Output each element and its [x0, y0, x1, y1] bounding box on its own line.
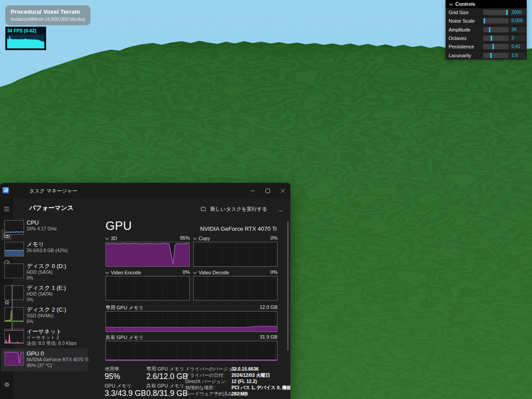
lacunarity-slider[interactable]	[483, 53, 509, 58]
sidebar-item-sub: 0%	[27, 275, 87, 281]
controls-panel-header[interactable]: Controls	[446, 0, 527, 8]
ethernet-mini-chart	[4, 329, 24, 344]
sidebar-item-gpu0[interactable]: GPU 0 NVIDIA GeForce RTX 4070 Ti 95% (37…	[1, 348, 88, 371]
run-new-task-button[interactable]: 新しいタスクを実行する	[196, 203, 272, 215]
control-label: Octaves	[446, 36, 483, 41]
page-title: パフォーマンス	[29, 204, 74, 212]
control-label: Noise Scale	[446, 18, 483, 24]
minimize-button[interactable]	[245, 184, 260, 197]
stat-value-dedicated-memory: 2.6/12.0 GB	[146, 372, 188, 381]
sidebar-item-sub: 95% (37 °C)	[27, 363, 87, 368]
memory-mini-chart	[4, 242, 24, 257]
controls-panel-title: Controls	[455, 1, 475, 7]
menu-button[interactable]	[1, 203, 12, 215]
shared-memory-label: 共有 GPU メモリ	[106, 334, 144, 341]
grid-size-value[interactable]: 2000	[510, 10, 525, 15]
lacunarity-value[interactable]: 1.8	[510, 53, 525, 58]
slider-thumb[interactable]	[491, 36, 492, 41]
run-new-task-label: 新しいタスクを実行する	[210, 206, 267, 213]
sidebar-item-name: メモリ	[27, 241, 87, 248]
chart-value-video-decode: 0%	[238, 269, 278, 276]
sidebar-item-name: ディスク 2 (C:)	[27, 306, 87, 313]
slider-thumb[interactable]	[484, 18, 485, 24]
amplitude-slider[interactable]	[483, 27, 509, 32]
shared-memory-chart	[106, 341, 278, 361]
detail-label-physical-location: 物理的な場所:	[185, 385, 215, 391]
sidebar-item-sub: 16% 4.17 GHz	[27, 226, 87, 232]
disk1-mini-chart	[4, 285, 24, 300]
settings-button[interactable]	[1, 379, 12, 390]
ellipsis-icon: …	[278, 206, 284, 213]
close-button[interactable]	[275, 184, 290, 197]
more-options-button[interactable]: …	[274, 203, 287, 215]
slider-thumb[interactable]	[493, 44, 494, 49]
sidebar-item-sub: イーサネット 2	[27, 335, 87, 340]
fps-stats-panel[interactable]: 34 FPS (0-62)	[5, 27, 46, 50]
gpu-3d-chart	[106, 242, 190, 267]
fps-history-graph	[7, 35, 44, 48]
stat-label-dedicated-memory: 専用 GPU メモリ	[146, 366, 184, 372]
sidebar-item-sub: NVIDIA GeForce RTX 4070 Ti	[27, 357, 87, 363]
minimize-icon	[250, 189, 255, 193]
sidebar-item-disk0[interactable]: ディスク 0 (D:) HDD (SATA) 0%	[1, 262, 88, 284]
noise-scale-slider[interactable]	[483, 18, 509, 24]
chevron-down-icon	[105, 270, 109, 274]
stat-value-gpu-memory: 3.3/43.9 GB	[105, 389, 146, 398]
hamburger-icon	[3, 205, 10, 213]
gpu-copy-chart	[193, 242, 278, 267]
stat-value-shared-memory: 0.8/31.9 GB	[146, 389, 188, 398]
detail-value-driver-date: 2024/12/03 火曜日	[231, 372, 270, 379]
chart-header-3d[interactable]: 3D	[106, 235, 117, 241]
sidebar-item-memory[interactable]: メモリ 26.6/63.8 GB (42%)	[1, 241, 88, 262]
page: { "overlay": { "info_title": "Procedural…	[0, 0, 532, 399]
sidebar-item-sub: SSD (NVMe)	[27, 313, 87, 319]
chevron-down-icon	[105, 236, 109, 240]
control-row-persistence: Persistence 0.41	[446, 42, 527, 51]
close-icon	[281, 189, 285, 193]
sidebar-item-cpu[interactable]: CPU 16% 4.17 GHz	[1, 219, 88, 240]
chart-value-copy: 0%	[238, 235, 278, 241]
titlebar[interactable]: タスク マネージャー	[0, 183, 290, 198]
main-scrollbar[interactable]	[287, 221, 289, 351]
sidebar-item-sub: HDD (SATA)	[27, 291, 87, 297]
slider-thumb[interactable]	[489, 27, 490, 32]
detail-value-physical-location: PCI バス 1, デバイス 0, 機能 0	[231, 385, 290, 391]
dedicated-memory-max: 12.0 GB	[215, 304, 278, 310]
sidebar-item-ethernet[interactable]: イーサネット イーサネット 2 送信: 8.0 受信: 8.0 Kbps	[1, 328, 88, 349]
noise-scale-value[interactable]: 0.005	[510, 18, 525, 24]
stat-label-gpu-memory: GPU メモリ	[105, 383, 132, 389]
octaves-value[interactable]: 3	[510, 36, 525, 41]
controls-panel: Controls Grid Size 2000 Noise Scale 0.00…	[446, 0, 527, 59]
detail-value-driver-version: 32.0.15.6636	[231, 366, 258, 371]
chart-header-video-encode[interactable]: Video Encode	[106, 269, 141, 276]
chart-value-video-encode: 0%	[150, 269, 190, 276]
persistence-slider[interactable]	[483, 44, 509, 49]
control-row-octaves: Octaves 3	[446, 34, 527, 42]
chart-header-video-decode[interactable]: Video Decode	[193, 269, 229, 276]
sidebar-item-disk1[interactable]: ディスク 1 (E:) HDD (SATA) 0%	[1, 284, 88, 305]
sidebar-item-name: ディスク 1 (E:)	[27, 284, 87, 291]
chart-label: 3D	[111, 236, 117, 241]
fps-readout: 34 FPS (0-62)	[5, 27, 46, 33]
sidebar-item-disk2[interactable]: ディスク 2 (C:) SSD (NVMe) 5%	[1, 306, 88, 327]
gpu-video-decode-chart	[193, 276, 278, 300]
sidebar-scrollbar[interactable]	[12, 284, 13, 331]
octaves-slider[interactable]	[483, 36, 509, 41]
persistence-value[interactable]: 0.41	[510, 44, 525, 49]
maximize-button[interactable]	[260, 184, 275, 197]
chart-value-3d: 95%	[150, 235, 190, 241]
slider-thumb[interactable]	[490, 53, 492, 58]
amplitude-value[interactable]: 26	[510, 27, 525, 32]
sidebar-item-sub: 5%	[27, 319, 87, 324]
chart-label: Copy	[199, 236, 210, 241]
chart-header-copy[interactable]: Copy	[193, 235, 210, 241]
slider-thumb[interactable]	[506, 10, 508, 15]
control-row-amplitude: Amplitude 26	[446, 25, 527, 34]
stat-value-utilization: 95%	[105, 372, 120, 381]
sidebar-item-name: イーサネット	[27, 328, 87, 335]
cpu-mini-chart	[4, 220, 24, 235]
settings-gear-icon	[4, 381, 10, 388]
chart-label: Video Decode	[199, 270, 229, 275]
grid-size-slider[interactable]	[483, 10, 509, 15]
dedicated-memory-chart	[106, 311, 278, 332]
